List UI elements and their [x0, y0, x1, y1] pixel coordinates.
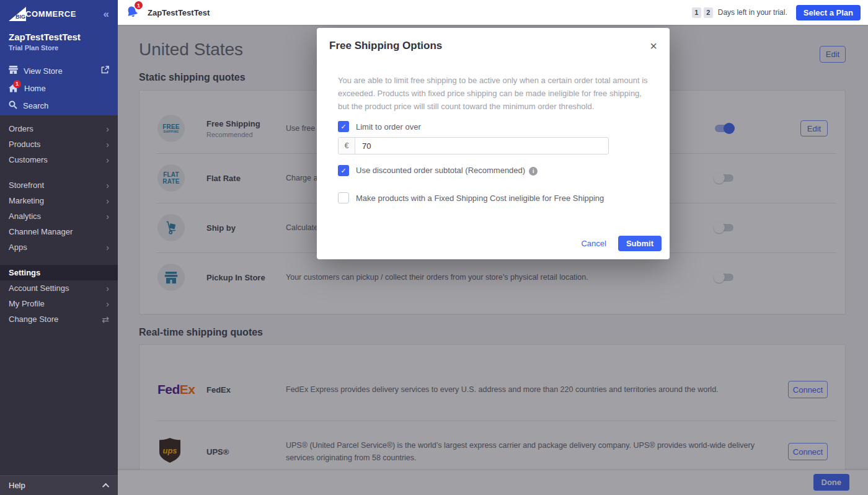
- home-label: Home: [24, 84, 46, 93]
- modal-description: You are able to limit free shipping to b…: [338, 74, 649, 113]
- sidebar-item-settings[interactable]: Settings: [0, 265, 118, 280]
- topbar: 1 ZapTestTestTest 1 2 Days left in your …: [118, 0, 868, 25]
- limit-to-order-over-label: Limit to order over: [356, 122, 421, 132]
- chevron-right-icon: ›: [106, 212, 109, 221]
- close-icon[interactable]: ×: [650, 40, 657, 52]
- home-icon: 1: [9, 84, 19, 93]
- sidebar-item-products[interactable]: Products›: [0, 136, 118, 152]
- notifications-bell-icon[interactable]: 1: [125, 5, 140, 20]
- select-a-plan-button[interactable]: Select a Plan: [796, 5, 861, 20]
- sidebar-item-channel-manager[interactable]: Channel Manager: [0, 224, 118, 239]
- chevron-right-icon: ›: [106, 284, 109, 293]
- sidebar-item-change-store[interactable]: Change Store⇄: [0, 311, 118, 327]
- view-store-label: View Store: [24, 66, 63, 76]
- submit-button[interactable]: Submit: [618, 236, 662, 251]
- sidebar-item-apps[interactable]: Apps›: [0, 239, 118, 255]
- fixed-shipping-ineligible-label: Make products with a Fixed Shipping Cost…: [356, 194, 604, 203]
- chevron-right-icon: ›: [106, 156, 109, 164]
- chevron-right-icon: ›: [106, 181, 109, 190]
- sidebar-collapse-icon[interactable]: «: [104, 8, 109, 20]
- sidebar-item-analytics[interactable]: Analytics›: [0, 208, 118, 224]
- discounted-subtotal-label: Use discounted order subtotal (Recommend…: [356, 166, 538, 176]
- logo-big-text: BIG: [16, 14, 25, 20]
- sidebar: BIG COMMERCE « ZapTestTestTest Trial Pla…: [0, 0, 118, 495]
- limit-to-order-over-checkbox[interactable]: ✓: [338, 121, 349, 132]
- trial-days-digit: 1: [692, 7, 701, 18]
- order-amount-input[interactable]: [355, 138, 608, 154]
- search-icon: [9, 100, 17, 111]
- chevron-right-icon: ›: [106, 197, 109, 205]
- trial-days-digit: 2: [704, 7, 713, 18]
- sidebar-item-account-settings[interactable]: Account Settings›: [0, 280, 118, 296]
- help-label: Help: [9, 481, 25, 490]
- external-link-icon: [101, 66, 109, 76]
- info-icon[interactable]: i: [529, 167, 538, 176]
- sidebar-header: BIG COMMERCE « ZapTestTestTest Trial Pla…: [0, 0, 118, 115]
- swap-arrows-icon: ⇄: [102, 315, 109, 324]
- sidebar-item-my-profile[interactable]: My Profile›: [0, 296, 118, 311]
- discounted-subtotal-checkbox[interactable]: ✓: [338, 165, 349, 176]
- topbar-store-title: ZapTestTestTest: [148, 8, 210, 17]
- store-name: ZapTestTestTest: [0, 32, 118, 42]
- chevron-up-icon: [102, 483, 109, 489]
- currency-symbol: €: [339, 138, 355, 154]
- modal-title: Free Shipping Options: [329, 40, 442, 52]
- sidebar-help[interactable]: Help: [0, 475, 118, 495]
- home-badge: 1: [13, 80, 21, 88]
- bell-badge: 1: [135, 1, 143, 9]
- sidebar-item-customers[interactable]: Customers›: [0, 152, 118, 167]
- sidebar-item-orders[interactable]: Orders›: [0, 121, 118, 136]
- logo-commerce-text: COMMERCE: [25, 9, 76, 19]
- sidebar-item-marketing[interactable]: Marketing›: [0, 193, 118, 208]
- chevron-right-icon: ›: [106, 140, 109, 149]
- store-plan-label: Trial Plan Store: [0, 44, 118, 51]
- order-amount-field: €: [338, 137, 609, 154]
- search-label: Search: [23, 101, 48, 110]
- storefront-icon: [9, 66, 18, 76]
- cancel-button[interactable]: Cancel: [581, 239, 606, 248]
- sidebar-item-storefront[interactable]: Storefront›: [0, 177, 118, 193]
- free-shipping-options-modal: Free Shipping Options × You are able to …: [317, 28, 670, 259]
- sidebar-item-view-store[interactable]: View Store: [0, 62, 118, 79]
- trial-countdown-text: Days left in your trial.: [718, 8, 787, 17]
- bigcommerce-logo-icon: BIG: [9, 7, 26, 21]
- chevron-right-icon: ›: [106, 300, 109, 308]
- sidebar-menu: Orders› Products› Customers› Storefront›…: [0, 115, 118, 327]
- sidebar-item-home[interactable]: 1 Home: [0, 79, 118, 97]
- fixed-shipping-ineligible-checkbox[interactable]: [338, 192, 349, 203]
- sidebar-item-search[interactable]: Search: [0, 97, 118, 114]
- chevron-right-icon: ›: [106, 125, 109, 133]
- chevron-right-icon: ›: [106, 243, 109, 252]
